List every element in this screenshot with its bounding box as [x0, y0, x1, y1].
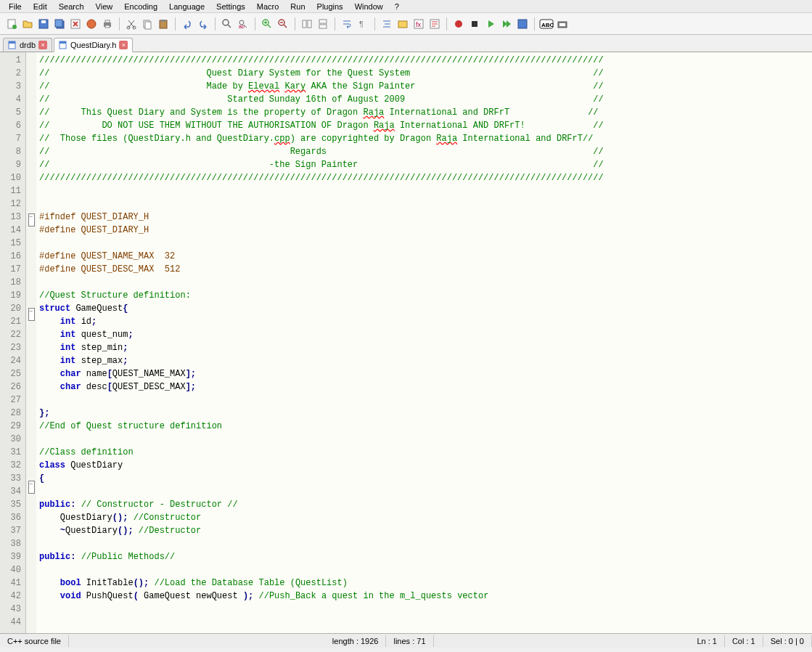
- paste-button[interactable]: [156, 17, 171, 31]
- fold-toggle[interactable]: −: [28, 481, 35, 494]
- status-length: length : 1926: [325, 635, 387, 647]
- svg-text:¶: ¶: [359, 20, 364, 28]
- folder-button[interactable]: [395, 17, 410, 31]
- replace-button[interactable]: ab: [236, 17, 250, 31]
- toolbar-separator: [335, 17, 335, 30]
- svg-point-31: [455, 20, 462, 28]
- toolbar-separator: [374, 17, 375, 30]
- toolbar: ab ¶ fx ABC: [0, 13, 812, 35]
- svg-rect-27: [398, 21, 407, 28]
- editor-area: 1234567891011121314151617181920212223242…: [0, 52, 812, 633]
- status-col: Col : 1: [725, 635, 763, 647]
- code-content[interactable]: ////////////////////////////////////////…: [36, 52, 812, 633]
- menu-window[interactable]: Window: [349, 1, 389, 11]
- menu-view[interactable]: View: [90, 1, 119, 11]
- zoom-in-button[interactable]: [260, 17, 274, 31]
- toolbar-separator: [119, 17, 120, 30]
- line-number-gutter: 1234567891011121314151617181920212223242…: [0, 52, 26, 633]
- menu-plugins[interactable]: Plugins: [311, 1, 349, 11]
- toolbar-separator: [255, 17, 255, 30]
- undo-button[interactable]: [180, 17, 194, 31]
- cut-button[interactable]: [124, 17, 139, 31]
- file-icon: [59, 41, 67, 49]
- new-file-button[interactable]: [4, 17, 19, 31]
- svg-rect-39: [9, 41, 15, 44]
- fold-column: −−−: [26, 52, 36, 633]
- svg-rect-24: [319, 20, 327, 23]
- sync-h-button[interactable]: [316, 17, 330, 31]
- menu-encoding[interactable]: Encoding: [118, 1, 163, 11]
- status-filetype: C++ source file: [0, 635, 69, 647]
- tab-label: drdb: [20, 41, 36, 49]
- tab-bar: drdb×QuestDiary.h×: [0, 35, 812, 52]
- svg-rect-41: [60, 41, 66, 44]
- menu-?[interactable]: ?: [389, 1, 405, 11]
- svg-point-1: [12, 25, 17, 29]
- close-button[interactable]: [68, 17, 83, 31]
- svg-text:fx: fx: [416, 21, 422, 28]
- doc-map-button[interactable]: [427, 17, 442, 31]
- svg-rect-25: [319, 25, 327, 28]
- show-all-chars-button[interactable]: ¶: [356, 17, 370, 31]
- svg-rect-5: [55, 20, 62, 27]
- record-macro-button[interactable]: [451, 17, 466, 31]
- svg-rect-32: [472, 21, 477, 27]
- svg-rect-16: [161, 20, 165, 22]
- about-button[interactable]: [555, 17, 570, 31]
- menu-run[interactable]: Run: [284, 1, 311, 11]
- status-ln: Ln : 1: [689, 635, 725, 647]
- tab-label: QuestDiary.h: [70, 41, 116, 49]
- stop-macro-button[interactable]: [467, 17, 482, 31]
- svg-text:ab: ab: [239, 24, 245, 29]
- tab-drdb[interactable]: drdb×: [3, 38, 52, 52]
- save-all-button[interactable]: [52, 17, 67, 31]
- menu-bar: FileEditSearchViewEncodingLanguageSettin…: [0, 0, 812, 13]
- close-all-button[interactable]: [84, 17, 99, 31]
- toolbar-separator: [215, 17, 216, 30]
- fold-toggle[interactable]: −: [28, 308, 35, 321]
- open-file-button[interactable]: [20, 17, 35, 31]
- status-bar: C++ source file length : 1926 lines : 71…: [0, 633, 812, 648]
- toolbar-separator: [534, 17, 535, 30]
- function-list-button[interactable]: fx: [411, 17, 426, 31]
- tab-close-button[interactable]: ×: [119, 41, 128, 49]
- svg-point-17: [223, 20, 229, 25]
- menu-macro[interactable]: Macro: [251, 1, 285, 11]
- zoom-out-button[interactable]: [276, 17, 290, 31]
- play-macro-button[interactable]: [483, 17, 498, 31]
- svg-rect-33: [518, 20, 527, 28]
- toolbar-separator: [175, 17, 176, 30]
- find-button[interactable]: [220, 17, 234, 31]
- svg-rect-9: [105, 20, 110, 23]
- menu-settings[interactable]: Settings: [210, 1, 251, 11]
- menu-language[interactable]: Language: [163, 1, 210, 11]
- wordwrap-button[interactable]: [340, 17, 354, 31]
- toolbar-separator: [295, 17, 295, 30]
- svg-text:ABC: ABC: [541, 22, 554, 28]
- play-multi-button[interactable]: [499, 17, 514, 31]
- tab-close-button[interactable]: ×: [38, 41, 47, 49]
- sync-v-button[interactable]: [300, 17, 314, 31]
- copy-button[interactable]: [140, 17, 155, 31]
- status-lines: lines : 71: [386, 635, 433, 647]
- fold-toggle[interactable]: −: [28, 213, 35, 227]
- spellcheck-button[interactable]: ABC: [539, 17, 554, 31]
- save-macro-button[interactable]: [515, 17, 530, 31]
- status-sel: Sel : 0 | 0: [763, 635, 812, 647]
- svg-rect-3: [41, 20, 46, 23]
- save-button[interactable]: [36, 17, 51, 31]
- toolbar-separator: [446, 17, 447, 30]
- tab-questdiary-h[interactable]: QuestDiary.h×: [54, 38, 133, 52]
- redo-button[interactable]: [196, 17, 210, 31]
- svg-rect-23: [308, 20, 311, 28]
- svg-point-7: [87, 20, 96, 28]
- indent-guide-button[interactable]: [380, 17, 394, 31]
- svg-rect-10: [105, 25, 110, 28]
- menu-file[interactable]: File: [3, 1, 28, 11]
- svg-rect-37: [559, 23, 565, 26]
- file-icon: [8, 41, 17, 49]
- svg-rect-14: [145, 22, 151, 29]
- menu-edit[interactable]: Edit: [28, 1, 53, 11]
- print-button[interactable]: [100, 17, 115, 31]
- menu-search[interactable]: Search: [53, 1, 90, 11]
